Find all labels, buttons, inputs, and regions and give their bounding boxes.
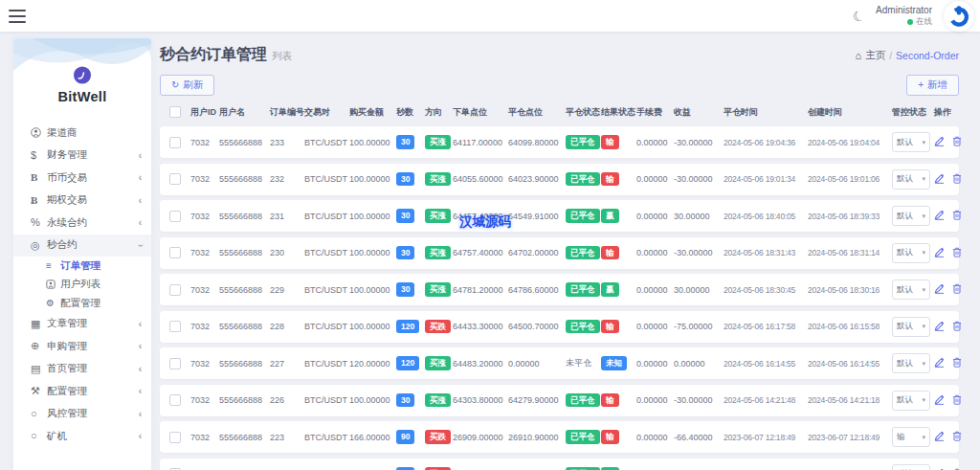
- close-status-badge: 已平仓: [566, 393, 600, 408]
- caret-down-icon: ▾: [922, 323, 925, 330]
- control-select[interactable]: 默认▾: [892, 132, 930, 152]
- row-checkbox[interactable]: [169, 173, 181, 185]
- sidebar-menu: 渠道商 $ 财务管理 ‹ B 币币交易 ‹ Ƀ 期权交易 ‹ % 永续合约 ‹ …: [13, 118, 151, 448]
- result-badge: 赢: [601, 209, 619, 223]
- add-button[interactable]: +新增: [906, 75, 959, 96]
- direction-badge: 买涨: [425, 282, 451, 297]
- sidebar-item-finance[interactable]: $ 财务管理 ‹: [13, 145, 151, 168]
- delete-icon[interactable]: [952, 136, 962, 148]
- close-status-badge: 已平仓: [566, 135, 600, 149]
- close-status-badge: 已平仓: [566, 430, 600, 444]
- user-icon: [31, 127, 47, 139]
- sidebar-item-articles[interactable]: ▦ 文章管理 ‹: [13, 313, 151, 336]
- sidebar-item-user-list[interactable]: 用户列表: [13, 276, 151, 295]
- sidebar-item-second-contract[interactable]: ◎ 秒合约 ‹: [13, 235, 151, 257]
- cell-user-id: 7032: [190, 395, 219, 405]
- edit-icon[interactable]: [934, 431, 945, 443]
- delete-icon[interactable]: [952, 173, 962, 186]
- coin-b-icon: B: [31, 172, 47, 183]
- row-checkbox[interactable]: [169, 211, 181, 222]
- sidebar-item-config-main[interactable]: ⚒ 配置管理 ‹: [13, 380, 151, 403]
- sidebar-item-subscription[interactable]: ⊕ 申购管理 ‹: [13, 335, 151, 358]
- control-select[interactable]: 默认▾: [892, 391, 930, 411]
- delete-icon[interactable]: [952, 210, 962, 222]
- cell-close-time: 2024-05-06 16:17:58: [724, 322, 808, 331]
- row-checkbox[interactable]: [169, 432, 181, 443]
- seconds-badge: 30: [396, 135, 414, 149]
- row-checkbox[interactable]: [169, 137, 181, 148]
- edit-icon[interactable]: [934, 210, 945, 222]
- cell-profit: 0.00000: [674, 359, 724, 369]
- cell-user-id: 7032: [190, 285, 219, 295]
- table-row: 7032 555666888 228 BTC/USDT 100.00000 12…: [160, 311, 959, 343]
- edit-icon[interactable]: [934, 283, 945, 296]
- sidebar-item-risk[interactable]: ○ 风控管理 ‹: [13, 403, 151, 426]
- edit-icon[interactable]: [934, 357, 945, 369]
- user-status: 在线: [876, 16, 932, 27]
- sidebar-item-order-management[interactable]: ≡ 订单管理: [13, 257, 151, 276]
- sidebar-item-homepage[interactable]: ▤ 首页管理 ‹: [13, 358, 151, 381]
- delete-icon[interactable]: [952, 321, 962, 333]
- cell-create-time: 2024-05-06 18:39:33: [808, 212, 892, 221]
- breadcrumb-home[interactable]: 主页: [865, 49, 885, 62]
- col-pair: 交易对: [304, 106, 349, 119]
- col-order-no: 订单编号: [270, 106, 304, 119]
- sidebar-item-miner[interactable]: ○ 矿机 ‹: [13, 425, 151, 448]
- sidebar-item-spot-trade[interactable]: B 币币交易 ‹: [13, 167, 151, 190]
- control-select[interactable]: 输▾: [892, 427, 930, 447]
- page-title-block: 秒合约订单管理列表: [160, 45, 292, 65]
- dark-mode-icon[interactable]: ☾: [851, 8, 867, 24]
- control-select[interactable]: 默认▾: [892, 464, 930, 470]
- cell-profit: -66.40000: [674, 433, 724, 442]
- cell-username: 555666888: [219, 212, 270, 221]
- edit-icon[interactable]: [934, 321, 945, 333]
- row-checkbox[interactable]: [169, 284, 181, 296]
- delete-icon[interactable]: [952, 431, 962, 443]
- circle-icon: ○: [31, 409, 47, 419]
- direction-badge: 买跌: [425, 430, 451, 444]
- control-select[interactable]: 默认▾: [892, 317, 930, 337]
- cell-amount: 100.00000: [349, 212, 396, 221]
- row-checkbox[interactable]: [169, 394, 181, 406]
- brand-name: BitWell: [13, 89, 151, 104]
- cell-order-no: 226: [270, 395, 304, 405]
- chevron-down-icon: ‹: [135, 244, 145, 247]
- result-badge: 输: [601, 430, 619, 444]
- rows-icon: ▤: [31, 364, 47, 374]
- cell-close-price: 64279.90000: [508, 395, 566, 405]
- edit-icon[interactable]: [934, 247, 945, 259]
- delete-icon[interactable]: [952, 247, 962, 259]
- sidebar-item-perpetual[interactable]: % 永续合约 ‹: [13, 212, 151, 235]
- edit-icon[interactable]: [934, 394, 945, 407]
- control-select[interactable]: 默认▾: [892, 169, 930, 190]
- cell-profit: -30.00000: [674, 248, 724, 257]
- cell-user-id: 7032: [190, 248, 219, 257]
- control-select[interactable]: 默认▾: [892, 243, 930, 263]
- chevron-left-icon: ‹: [139, 341, 142, 351]
- select-all-checkbox[interactable]: [169, 106, 181, 118]
- refresh-button[interactable]: ↻刷新: [160, 75, 214, 96]
- cell-close-price: 64099.80000: [508, 138, 566, 147]
- col-profit: 收益: [674, 106, 724, 119]
- delete-icon[interactable]: [952, 394, 962, 407]
- sidebar-item-channel[interactable]: 渠道商: [13, 122, 151, 145]
- control-select[interactable]: 默认▾: [892, 280, 930, 300]
- cell-open-price: 64303.80000: [453, 395, 508, 405]
- row-checkbox[interactable]: [169, 247, 181, 258]
- control-select[interactable]: 默认▾: [892, 206, 930, 226]
- sidebar-item-config-sub[interactable]: ⚙ 配置管理: [13, 294, 151, 313]
- sidebar-item-options-trade[interactable]: Ƀ 期权交易 ‹: [13, 190, 151, 213]
- delete-icon[interactable]: [952, 357, 962, 369]
- row-checkbox[interactable]: [169, 358, 181, 369]
- cell-amount: 100.00000: [349, 322, 396, 331]
- edit-icon[interactable]: [934, 136, 945, 148]
- row-checkbox[interactable]: [169, 321, 181, 332]
- control-select[interactable]: 默认▾: [892, 353, 930, 373]
- menu-toggle-icon[interactable]: [9, 10, 26, 23]
- avatar[interactable]: [944, 1, 974, 32]
- table-row: 7032 555666888 227 BTC/USDT 120.00000 12…: [160, 347, 959, 379]
- edit-icon[interactable]: [934, 173, 945, 186]
- table-row: 7032 555666888 229 BTC/USDT 100.00000 30…: [160, 274, 959, 305]
- delete-icon[interactable]: [952, 283, 962, 296]
- breadcrumb: ⌂ 主页 / Second-Order: [855, 49, 959, 62]
